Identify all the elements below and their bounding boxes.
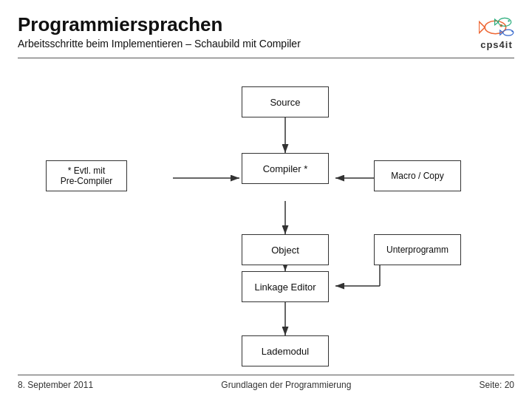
pre-compiler-note: * Evtl. mit Pre-Compiler	[46, 160, 127, 191]
logo-text: cps4it	[480, 39, 513, 50]
diagram-container: Source Macro / Copy Compiler * * Evtl. m…	[18, 66, 514, 372]
footer-date: 8. September 2011	[18, 380, 93, 390]
footer: 8. September 2011 Grundlagen der Program…	[18, 375, 514, 390]
logo: cps4it	[479, 16, 514, 50]
subtitle: Arbeitsschritte beim Implementieren – Sc…	[18, 38, 301, 50]
svg-point-5	[511, 31, 513, 33]
main-title: Programmiersprachen	[18, 13, 301, 36]
logo-icon	[479, 16, 514, 38]
footer-center: Grundlagen der Programmierung	[221, 380, 351, 390]
object-box: Object	[242, 234, 329, 265]
unterprogramm-box: Unterprogramm	[374, 234, 461, 265]
header: Programmiersprachen Arbeitsschritte beim…	[18, 13, 514, 50]
diagram-area: Source Macro / Copy Compiler * * Evtl. m…	[18, 66, 514, 372]
svg-point-3	[508, 20, 509, 21]
header-divider	[18, 58, 514, 58]
compiler-box: Compiler *	[242, 153, 329, 184]
lademodul-box: Lademodul	[242, 335, 329, 366]
svg-point-4	[503, 30, 514, 35]
page: Programmiersprachen Arbeitsschritte beim…	[0, 0, 532, 399]
source-box: Source	[242, 86, 329, 117]
macro-copy-box: Macro / Copy	[374, 160, 461, 191]
footer-page: Seite: 20	[480, 380, 514, 390]
title-block: Programmiersprachen Arbeitsschritte beim…	[18, 13, 301, 50]
linkage-editor-box: Linkage Editor	[242, 271, 329, 302]
